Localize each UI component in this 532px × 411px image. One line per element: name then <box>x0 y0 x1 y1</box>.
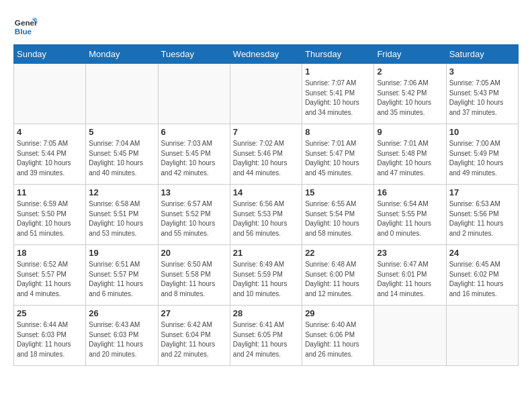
day-number: 19 <box>89 248 154 258</box>
week-row-3: 11Sunrise: 6:59 AM Sunset: 5:50 PM Dayli… <box>14 185 519 245</box>
day-number: 12 <box>89 187 154 197</box>
day-number: 18 <box>17 248 83 258</box>
day-number: 14 <box>233 187 299 197</box>
day-number: 1 <box>305 66 371 77</box>
logo-icon: General Blue <box>13 13 38 38</box>
day-info: Sunrise: 6:49 AM Sunset: 5:59 PM Dayligh… <box>233 260 299 299</box>
day-info: Sunrise: 7:01 AM Sunset: 5:48 PM Dayligh… <box>377 139 443 178</box>
calendar-cell: 4Sunrise: 7:05 AM Sunset: 5:44 PM Daylig… <box>14 124 86 185</box>
day-info: Sunrise: 6:51 AM Sunset: 5:57 PM Dayligh… <box>89 260 154 299</box>
calendar-cell: 12Sunrise: 6:58 AM Sunset: 5:51 PM Dayli… <box>86 185 158 245</box>
calendar-cell: 23Sunrise: 6:47 AM Sunset: 6:01 PM Dayli… <box>374 245 446 306</box>
calendar-cell: 7Sunrise: 7:02 AM Sunset: 5:46 PM Daylig… <box>230 124 302 185</box>
day-number: 10 <box>449 127 515 137</box>
day-number: 27 <box>161 308 227 318</box>
week-row-2: 4Sunrise: 7:05 AM Sunset: 5:44 PM Daylig… <box>14 124 519 185</box>
col-header-tuesday: Tuesday <box>158 45 230 64</box>
day-number: 11 <box>17 187 83 197</box>
calendar-cell: 21Sunrise: 6:49 AM Sunset: 5:59 PM Dayli… <box>230 245 302 306</box>
calendar-cell: 13Sunrise: 6:57 AM Sunset: 5:52 PM Dayli… <box>158 185 230 245</box>
calendar-cell <box>86 64 158 124</box>
day-number: 15 <box>305 187 371 197</box>
calendar-cell: 8Sunrise: 7:01 AM Sunset: 5:47 PM Daylig… <box>302 124 374 185</box>
day-number: 25 <box>17 308 83 318</box>
calendar-cell: 10Sunrise: 7:00 AM Sunset: 5:49 PM Dayli… <box>446 124 518 185</box>
day-number: 3 <box>449 66 515 77</box>
calendar-cell: 24Sunrise: 6:45 AM Sunset: 6:02 PM Dayli… <box>446 245 518 306</box>
calendar-cell: 3Sunrise: 7:05 AM Sunset: 5:43 PM Daylig… <box>446 64 518 124</box>
day-info: Sunrise: 6:52 AM Sunset: 5:57 PM Dayligh… <box>17 260 83 299</box>
calendar-cell: 19Sunrise: 6:51 AM Sunset: 5:57 PM Dayli… <box>86 245 158 306</box>
calendar-cell <box>230 64 302 124</box>
calendar-cell: 16Sunrise: 6:54 AM Sunset: 5:55 PM Dayli… <box>374 185 446 245</box>
calendar-cell: 15Sunrise: 6:55 AM Sunset: 5:54 PM Dayli… <box>302 185 374 245</box>
day-info: Sunrise: 6:47 AM Sunset: 6:01 PM Dayligh… <box>377 260 443 299</box>
week-row-4: 18Sunrise: 6:52 AM Sunset: 5:57 PM Dayli… <box>14 245 519 306</box>
calendar-cell: 28Sunrise: 6:41 AM Sunset: 6:05 PM Dayli… <box>230 306 302 366</box>
day-info: Sunrise: 7:05 AM Sunset: 5:43 PM Dayligh… <box>449 79 515 118</box>
logo: General Blue <box>13 13 38 38</box>
calendar-cell: 11Sunrise: 6:59 AM Sunset: 5:50 PM Dayli… <box>14 185 86 245</box>
day-number: 6 <box>161 127 227 137</box>
svg-text:Blue: Blue <box>15 27 32 36</box>
day-number: 21 <box>233 248 299 258</box>
day-info: Sunrise: 6:55 AM Sunset: 5:54 PM Dayligh… <box>305 199 371 238</box>
day-info: Sunrise: 6:42 AM Sunset: 6:04 PM Dayligh… <box>161 320 227 359</box>
day-info: Sunrise: 6:41 AM Sunset: 6:05 PM Dayligh… <box>233 320 299 359</box>
calendar-header-row: SundayMondayTuesdayWednesdayThursdayFrid… <box>14 45 519 64</box>
calendar-cell: 9Sunrise: 7:01 AM Sunset: 5:48 PM Daylig… <box>374 124 446 185</box>
day-info: Sunrise: 7:05 AM Sunset: 5:44 PM Dayligh… <box>17 139 83 178</box>
day-number: 26 <box>89 308 154 318</box>
day-number: 22 <box>305 248 371 258</box>
calendar-cell: 29Sunrise: 6:40 AM Sunset: 6:06 PM Dayli… <box>302 306 374 366</box>
day-number: 13 <box>161 187 227 197</box>
day-info: Sunrise: 6:53 AM Sunset: 5:56 PM Dayligh… <box>449 199 515 238</box>
calendar-cell <box>158 64 230 124</box>
day-info: Sunrise: 6:50 AM Sunset: 5:58 PM Dayligh… <box>161 260 227 299</box>
day-info: Sunrise: 6:57 AM Sunset: 5:52 PM Dayligh… <box>161 199 227 238</box>
week-row-1: 1Sunrise: 7:07 AM Sunset: 5:41 PM Daylig… <box>14 64 519 124</box>
day-info: Sunrise: 6:44 AM Sunset: 6:03 PM Dayligh… <box>17 320 83 359</box>
day-info: Sunrise: 6:56 AM Sunset: 5:53 PM Dayligh… <box>233 199 299 238</box>
day-number: 2 <box>377 66 443 77</box>
col-header-sunday: Sunday <box>14 45 86 64</box>
page-header: General Blue <box>13 13 519 38</box>
calendar-cell: 2Sunrise: 7:06 AM Sunset: 5:42 PM Daylig… <box>374 64 446 124</box>
calendar-cell <box>374 306 446 366</box>
col-header-friday: Friday <box>374 45 446 64</box>
day-number: 20 <box>161 248 227 258</box>
calendar-cell: 22Sunrise: 6:48 AM Sunset: 6:00 PM Dayli… <box>302 245 374 306</box>
calendar-cell: 18Sunrise: 6:52 AM Sunset: 5:57 PM Dayli… <box>14 245 86 306</box>
calendar-cell <box>446 306 518 366</box>
calendar-cell: 6Sunrise: 7:03 AM Sunset: 5:45 PM Daylig… <box>158 124 230 185</box>
day-number: 16 <box>377 187 443 197</box>
day-info: Sunrise: 7:00 AM Sunset: 5:49 PM Dayligh… <box>449 139 515 178</box>
day-number: 29 <box>305 308 371 318</box>
day-number: 23 <box>377 248 443 258</box>
day-info: Sunrise: 6:40 AM Sunset: 6:06 PM Dayligh… <box>305 320 371 359</box>
day-number: 9 <box>377 127 443 137</box>
week-row-5: 25Sunrise: 6:44 AM Sunset: 6:03 PM Dayli… <box>14 306 519 366</box>
calendar-cell: 20Sunrise: 6:50 AM Sunset: 5:58 PM Dayli… <box>158 245 230 306</box>
calendar-cell: 1Sunrise: 7:07 AM Sunset: 5:41 PM Daylig… <box>302 64 374 124</box>
calendar-cell: 26Sunrise: 6:43 AM Sunset: 6:03 PM Dayli… <box>86 306 158 366</box>
day-info: Sunrise: 6:58 AM Sunset: 5:51 PM Dayligh… <box>89 199 154 238</box>
calendar-cell: 5Sunrise: 7:04 AM Sunset: 5:45 PM Daylig… <box>86 124 158 185</box>
day-number: 28 <box>233 308 299 318</box>
day-number: 17 <box>449 187 515 197</box>
day-number: 7 <box>233 127 299 137</box>
col-header-saturday: Saturday <box>446 45 518 64</box>
calendar-cell: 17Sunrise: 6:53 AM Sunset: 5:56 PM Dayli… <box>446 185 518 245</box>
col-header-monday: Monday <box>86 45 158 64</box>
day-number: 5 <box>89 127 154 137</box>
day-info: Sunrise: 6:59 AM Sunset: 5:50 PM Dayligh… <box>17 199 83 238</box>
calendar-cell <box>14 64 86 124</box>
day-info: Sunrise: 6:48 AM Sunset: 6:00 PM Dayligh… <box>305 260 371 299</box>
col-header-wednesday: Wednesday <box>230 45 302 64</box>
day-info: Sunrise: 7:02 AM Sunset: 5:46 PM Dayligh… <box>233 139 299 178</box>
calendar-cell: 25Sunrise: 6:44 AM Sunset: 6:03 PM Dayli… <box>14 306 86 366</box>
day-info: Sunrise: 7:06 AM Sunset: 5:42 PM Dayligh… <box>377 79 443 118</box>
day-info: Sunrise: 6:45 AM Sunset: 6:02 PM Dayligh… <box>449 260 515 299</box>
calendar-cell: 27Sunrise: 6:42 AM Sunset: 6:04 PM Dayli… <box>158 306 230 366</box>
day-info: Sunrise: 7:07 AM Sunset: 5:41 PM Dayligh… <box>305 79 371 118</box>
